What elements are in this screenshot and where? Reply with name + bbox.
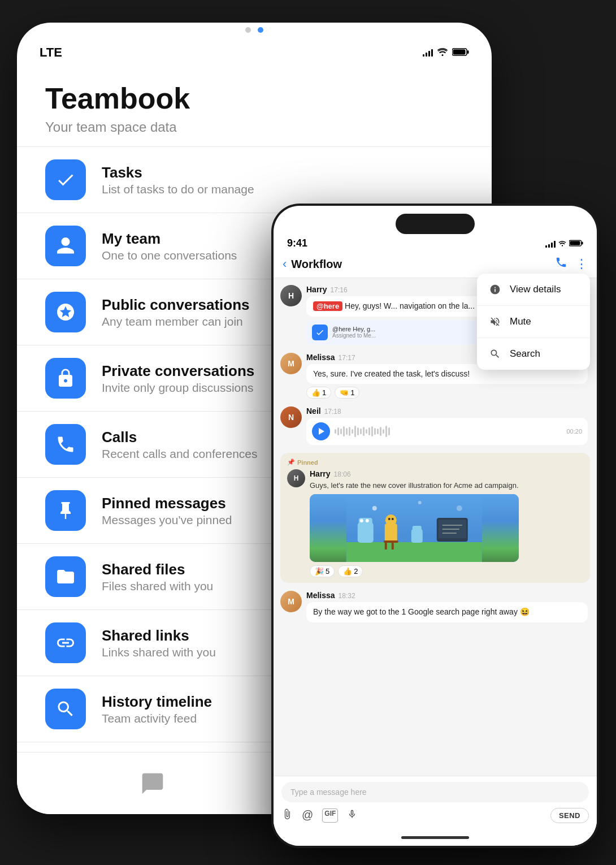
reaction-fist[interactable]: 🤜 1: [335, 387, 359, 399]
chat-input-area: Type a message here @ GIF: [274, 776, 597, 829]
reaction-thumbs-pinned[interactable]: 👍 2: [338, 565, 363, 577]
svg-rect-2: [453, 49, 466, 54]
wifi-icon: [437, 47, 448, 59]
thumbs-pinned-count: 2: [354, 567, 358, 576]
pinned-sender: Harry: [310, 469, 331, 478]
pinned-label: Pinned messages: [102, 495, 232, 512]
mention-icon[interactable]: @: [302, 808, 313, 823]
calls-icon: [45, 424, 86, 465]
menu-item-tasks[interactable]: Tasks List of tasks to do or manage: [17, 146, 492, 213]
svg-point-26: [372, 506, 377, 511]
call-button[interactable]: [555, 256, 567, 272]
pinned-avatar-harry: H: [287, 469, 305, 487]
melissa-last-content: Melissa 18:32 By the way we got to the 1…: [306, 591, 588, 622]
attach-icon[interactable]: [281, 808, 293, 823]
thumbs-pinned-emoji: 👍: [343, 567, 352, 576]
send-button[interactable]: SEND: [550, 808, 589, 823]
neil-meta: Neil 17:18: [306, 406, 588, 416]
pinned-label-tag: 📌 Pinned: [287, 459, 583, 466]
svg-rect-18: [392, 543, 394, 550]
back-button[interactable]: ‹: [283, 257, 287, 271]
wb19: [385, 426, 387, 437]
chat-title: Workflow: [291, 258, 342, 271]
melissa-reactions: 👍 1 🤜 1: [306, 387, 588, 399]
pinned-message-body: Harry 18:06 Guys, let's rate the new cov…: [310, 469, 519, 577]
shared-files-icon: [45, 556, 86, 597]
harry-time: 17:16: [331, 286, 348, 294]
my-team-label: My team: [102, 230, 237, 248]
history-icon: [45, 689, 86, 729]
dropdown-menu: View details Mute Search: [477, 274, 590, 370]
shared-files-text: Shared files Files shared with you: [102, 561, 213, 593]
signal-bars: [423, 49, 433, 57]
avatar-harry: H: [280, 285, 302, 306]
wb2: [337, 427, 339, 435]
front-signal-bars: [545, 240, 556, 248]
gif-icon[interactable]: GIF: [322, 808, 338, 823]
status-icons: [423, 47, 469, 59]
wb8: [354, 426, 356, 437]
svg-point-27: [418, 501, 422, 504]
reaction-thumbsup[interactable]: 👍 1: [306, 387, 331, 399]
melissa-text: Yes, sure. I've created the task, let's …: [313, 369, 470, 378]
front-status-bar: 9:41: [274, 234, 597, 252]
melissa-last-bubble: By the way we got to the 1 Google search…: [306, 602, 588, 622]
front-battery-icon: [569, 239, 583, 248]
wb3: [340, 429, 342, 434]
here-mention: @here: [313, 301, 342, 311]
melissa-last-sender: Melissa: [306, 591, 335, 600]
tasks-icon: [45, 159, 86, 200]
battery-icon: [452, 47, 469, 59]
pinned-icon: [45, 490, 86, 531]
pinned-message-block: 📌 Pinned H Harry 18:06 Guys, let's rate …: [280, 453, 590, 583]
svg-point-14: [388, 518, 391, 520]
history-desc: Team activity feed: [102, 712, 212, 725]
app-subtitle: Your team space data: [45, 119, 463, 135]
mic-icon[interactable]: [347, 808, 357, 823]
tab-chat[interactable]: [140, 771, 165, 796]
tasks-text: Tasks List of tasks to do or manage: [102, 164, 254, 196]
melissa-last-meta: Melissa 18:32: [306, 591, 588, 600]
dropdown-mute[interactable]: Mute: [477, 306, 590, 338]
play-button[interactable]: [312, 422, 330, 440]
more-options-button[interactable]: ⋮: [575, 257, 588, 271]
shared-files-desc: Files shared with you: [102, 579, 213, 593]
view-details-label: View details: [510, 284, 561, 295]
shared-links-label: Shared links: [102, 627, 216, 645]
search-label: Search: [510, 348, 540, 360]
bar2: [426, 53, 427, 57]
home-indicator: [274, 829, 597, 846]
placeholder-text: Type a message here: [290, 788, 367, 797]
pinned-text-content: Guys, let's rate the new cover illustrat…: [310, 481, 519, 491]
message-melissa-last: M Melissa 18:32 By the way we got to the…: [280, 591, 590, 622]
party-count: 5: [326, 567, 329, 576]
camera-dot-1: [245, 27, 251, 33]
melissa-last-time: 18:32: [339, 592, 355, 600]
fist-emoji: 🤜: [340, 388, 349, 397]
svg-rect-25: [413, 526, 422, 531]
svg-rect-12: [385, 524, 397, 543]
private-conv-label: Private conversations: [102, 362, 254, 380]
svg-rect-16: [384, 540, 398, 543]
public-conv-label: Public conversations: [102, 296, 250, 314]
shared-files-label: Shared files: [102, 561, 213, 578]
dynamic-island: [396, 214, 475, 234]
wb15: [374, 428, 376, 435]
reaction-party[interactable]: 🎉 5: [310, 565, 335, 577]
pin-emoji: 📌: [287, 459, 295, 466]
neil-message-content: Neil 17:18: [306, 406, 588, 445]
wb7: [352, 429, 353, 434]
shared-links-desc: Links shared with you: [102, 646, 216, 659]
chat-header-left: ‹ Workflow: [283, 257, 342, 271]
dropdown-view-details[interactable]: View details: [477, 274, 590, 306]
calls-text: Calls Recent calls and conferences: [102, 429, 258, 461]
task-card-text: @here Hey, g... Assigned to Me...: [332, 326, 376, 339]
svg-rect-1: [467, 50, 469, 54]
pinned-desc: Messages you've pinned: [102, 513, 232, 527]
wb6: [349, 427, 350, 436]
private-conv-text: Private conversations Invite only group …: [102, 362, 254, 395]
wb11: [363, 427, 365, 436]
dropdown-search[interactable]: Search: [477, 338, 590, 370]
tasks-desc: List of tasks to do or manage: [102, 183, 254, 196]
neil-time: 17:18: [324, 408, 341, 416]
